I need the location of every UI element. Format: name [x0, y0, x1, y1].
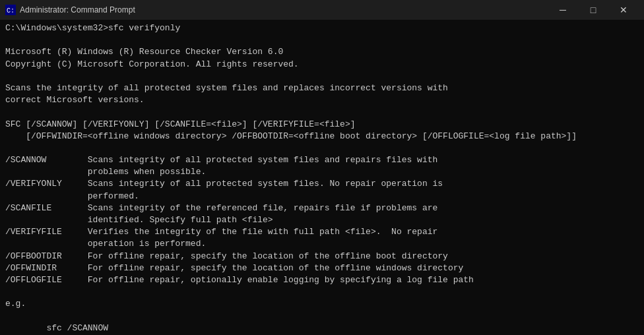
- close-button[interactable]: ✕: [608, 0, 639, 20]
- title-bar: C: Administrator: Command Prompt ─ □ ✕: [0, 0, 644, 20]
- terminal-line: e.g.: [5, 298, 639, 310]
- terminal-line: /SCANFILE Scans integrity of the referen…: [5, 202, 639, 214]
- terminal-output: C:\Windows\system32>sfc verifyonlyMicros…: [0, 20, 644, 335]
- terminal-line: performed.: [5, 191, 639, 202]
- terminal-line: /SCANNOW Scans integrity of all protecte…: [5, 154, 639, 166]
- terminal-line: identified. Specify full path <file>: [5, 214, 639, 226]
- terminal-line: correct Microsoft versions.: [5, 94, 639, 106]
- terminal-line: /VERIFYFILE Verifies the integrity of th…: [5, 226, 639, 238]
- terminal-line: operation is performed.: [5, 238, 639, 250]
- terminal-prompt-line: C:\Windows\system32>sfc verifyonly: [5, 22, 639, 34]
- window-title: Administrator: Command Prompt: [20, 5, 135, 15]
- terminal-line: /VERIFYONLY Scans integrity of all prote…: [5, 178, 639, 190]
- terminal-line: /OFFBOOTDIR For offline repair, specify …: [5, 251, 639, 262]
- window-controls: ─ □ ✕: [548, 0, 639, 20]
- svg-text:C:: C:: [7, 7, 15, 15]
- terminal-line: Copyright (C) Microsoft Corporation. All…: [5, 59, 639, 71]
- terminal-line: /OFFLOGFILE For offline repair, optional…: [5, 274, 639, 286]
- terminal-empty-line: [5, 34, 639, 46]
- terminal-line: /OFFWINDIR For offline repair, specify t…: [5, 262, 639, 274]
- terminal-line: [/OFFWINDIR=<offline windows directory> …: [5, 131, 639, 142]
- terminal-line: Microsoft (R) Windows (R) Resource Check…: [5, 46, 639, 58]
- terminal-empty-line: [5, 71, 639, 82]
- terminal-line: sfc /SCANNOW: [5, 322, 639, 334]
- terminal-empty-line: [5, 142, 639, 154]
- terminal-empty-line: [5, 286, 639, 298]
- maximize-button[interactable]: □: [578, 0, 608, 20]
- terminal-empty-line: [5, 106, 639, 118]
- terminal-line: problems when possible.: [5, 166, 639, 178]
- cmd-icon: C:: [5, 5, 16, 15]
- terminal-empty-line: [5, 311, 639, 322]
- terminal-line: SFC [/SCANNOW] [/VERIFYONLY] [/SCANFILE=…: [5, 119, 639, 131]
- terminal-line: Scans the integrity of all protected sys…: [5, 82, 639, 94]
- title-bar-left: C: Administrator: Command Prompt: [5, 5, 135, 15]
- minimize-button[interactable]: ─: [548, 0, 578, 20]
